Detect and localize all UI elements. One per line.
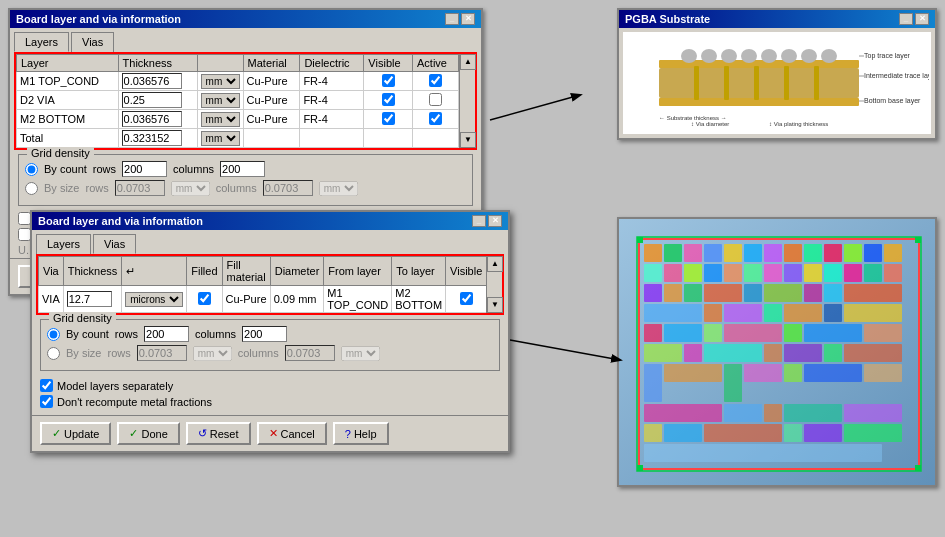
svg-rect-105 — [915, 237, 921, 243]
cell-visible-0[interactable] — [364, 72, 413, 91]
thickness-input-total[interactable] — [122, 130, 182, 146]
active-check-2[interactable] — [429, 112, 442, 125]
minimize-btn[interactable]: _ — [445, 13, 459, 25]
tab-layers[interactable]: Layers — [14, 32, 69, 52]
tab-vias[interactable]: Vias — [71, 32, 114, 52]
rows-input[interactable] — [122, 161, 167, 177]
overlay-by-count-radio[interactable] — [47, 328, 60, 341]
overlay-reset-button[interactable]: ↺ Reset — [186, 422, 251, 445]
svg-rect-106 — [637, 465, 643, 471]
via-scroll-down-btn[interactable]: ▼ — [487, 297, 503, 313]
sub-close-btn[interactable]: ✕ — [915, 13, 929, 25]
thickness-input-2[interactable] — [122, 111, 182, 127]
unit-select-1[interactable]: mm — [201, 93, 240, 108]
via-scroll-up-btn[interactable]: ▲ — [487, 256, 503, 272]
svg-rect-51 — [844, 264, 862, 282]
overlay-dialog[interactable]: Board layer and via information _ ✕ Laye… — [30, 210, 510, 453]
by-size-radio[interactable] — [25, 182, 38, 195]
cell-dielectric-2: FR-4 — [300, 110, 364, 129]
substrate-content: Top trace layer Intermediate trace layer… — [623, 32, 931, 134]
cell-material-1: Cu-Pure — [243, 91, 300, 110]
cell-visible-1[interactable] — [364, 91, 413, 110]
overlay-done-button[interactable]: ✓ Done — [117, 422, 179, 445]
overlay-close-btn[interactable]: ✕ — [488, 215, 502, 227]
overlay-rows-label: rows — [115, 328, 138, 340]
via-cell-unit[interactable]: microns — [122, 286, 187, 313]
via-cell-filled[interactable] — [187, 286, 222, 313]
cell-thickness-1[interactable] — [118, 91, 197, 110]
svg-line-108 — [490, 95, 580, 120]
via-table-scrollbar[interactable]: ▲ ▼ — [486, 256, 502, 313]
table-scrollbar[interactable]: ▲ ▼ — [459, 54, 475, 148]
model-layers-checkbox[interactable] — [40, 379, 53, 392]
thickness-input-0[interactable] — [122, 73, 182, 89]
visible-check-1[interactable] — [382, 93, 395, 106]
sub-minimize-btn[interactable]: _ — [899, 13, 913, 25]
pcb-visualization — [619, 219, 937, 487]
cell-unit-2[interactable]: mm — [197, 110, 243, 129]
columns-input[interactable] — [220, 161, 265, 177]
cell-layer-0: M1 TOP_COND — [17, 72, 119, 91]
cell-thickness-total[interactable] — [118, 129, 197, 148]
svg-rect-44 — [704, 264, 722, 282]
overlay-columns-input[interactable] — [242, 326, 287, 342]
unit-select-0[interactable]: mm — [201, 74, 240, 89]
overlay-tab-vias[interactable]: Vias — [93, 234, 136, 254]
svg-rect-34 — [764, 244, 782, 262]
cell-visible-2[interactable] — [364, 110, 413, 129]
svg-rect-99 — [784, 424, 802, 442]
overlay-minimize-btn[interactable]: _ — [472, 215, 486, 227]
main-title-bar: Board layer and via information _ ✕ — [10, 10, 481, 28]
overlay-rows-size-input[interactable] — [137, 345, 187, 361]
scroll-down-btn[interactable]: ▼ — [460, 132, 476, 148]
overlay-rows-input[interactable] — [144, 326, 189, 342]
via-unit-select[interactable]: microns — [125, 292, 183, 307]
overlay-update-button[interactable]: ✓ Update — [40, 422, 111, 445]
close-btn[interactable]: ✕ — [461, 13, 475, 25]
overlay-cancel-button[interactable]: ✕ Cancel — [257, 422, 327, 445]
visible-check-2[interactable] — [382, 112, 395, 125]
svg-rect-16 — [814, 66, 819, 100]
vias-table: Via Thickness ↵ Filled Fill material Dia… — [38, 256, 486, 313]
substrate-window[interactable]: PGBA Substrate _ ✕ — [617, 8, 937, 140]
cell-unit-total[interactable]: mm — [197, 129, 243, 148]
via-cell-thickness[interactable] — [63, 286, 122, 313]
rows-size-input[interactable] — [115, 180, 165, 196]
cell-thickness-0[interactable] — [118, 72, 197, 91]
overlay-by-size-radio[interactable] — [47, 347, 60, 360]
via-visible-check[interactable] — [460, 292, 473, 305]
cell-unit-1[interactable]: mm — [197, 91, 243, 110]
columns-size-unit[interactable]: mm — [319, 181, 358, 196]
svg-rect-98 — [704, 424, 782, 442]
cell-unit-0[interactable]: mm — [197, 72, 243, 91]
unit-select-total[interactable]: mm — [201, 131, 240, 146]
overlay-tab-layers[interactable]: Layers — [36, 234, 91, 254]
columns-size-input[interactable] — [263, 180, 313, 196]
active-check-0[interactable] — [429, 74, 442, 87]
unit-select-2[interactable]: mm — [201, 112, 240, 127]
thickness-input-1[interactable] — [122, 92, 182, 108]
svg-rect-46 — [744, 264, 762, 282]
via-thickness-input[interactable] — [67, 291, 112, 307]
overlay-columns-size-unit[interactable]: mm — [341, 346, 380, 361]
via-filled-check[interactable] — [198, 292, 211, 305]
cell-thickness-2[interactable] — [118, 110, 197, 129]
cell-active-1[interactable] — [412, 91, 458, 110]
dont-recompute-checkbox[interactable] — [40, 395, 53, 408]
svg-rect-13 — [724, 66, 729, 100]
viz-inner — [619, 219, 935, 485]
cell-active-2[interactable] — [412, 110, 458, 129]
svg-rect-87 — [744, 364, 782, 382]
overlay-help-button[interactable]: ? Help — [333, 422, 389, 445]
overlay-rows-size-unit[interactable]: mm — [193, 346, 232, 361]
overlay-columns-size-input[interactable] — [285, 345, 335, 361]
svg-rect-15 — [784, 66, 789, 100]
svg-rect-90 — [864, 364, 902, 382]
by-count-radio[interactable] — [25, 163, 38, 176]
active-check-1[interactable] — [429, 93, 442, 106]
visible-check-0[interactable] — [382, 74, 395, 87]
scroll-up-btn[interactable]: ▲ — [460, 54, 476, 70]
cell-active-0[interactable] — [412, 72, 458, 91]
via-cell-visible[interactable] — [446, 286, 486, 313]
rows-size-unit[interactable]: mm — [171, 181, 210, 196]
